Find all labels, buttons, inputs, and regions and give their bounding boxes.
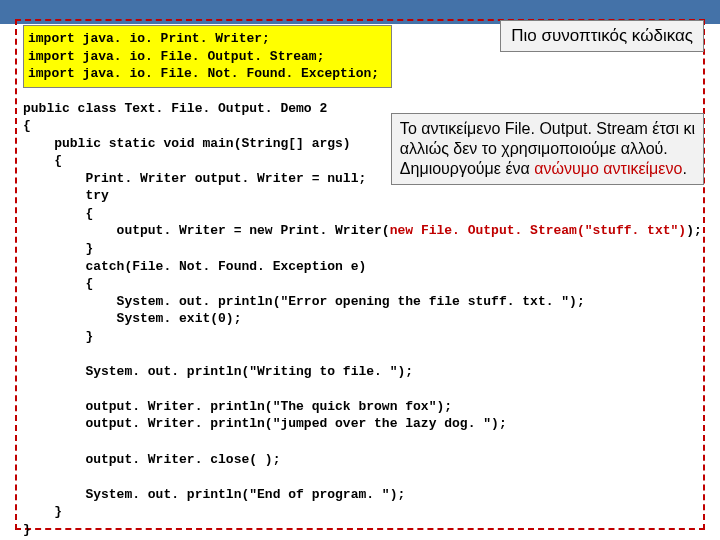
callout-line: Δημιουργούμε ένα ανώνυμο αντικείμενο. bbox=[400, 159, 695, 179]
code-highlight: new File. Output. Stream("stuff. txt") bbox=[390, 223, 686, 238]
code-line: output. Writer. close( ); bbox=[23, 452, 280, 467]
imports-box: import java. io. Print. Writer; import j… bbox=[23, 25, 392, 88]
code-line: System. out. println("Error opening the … bbox=[23, 294, 585, 309]
code-line: output. Writer. println("jumped over the… bbox=[23, 416, 507, 431]
code-line: output. Writer = new Print. Writer( bbox=[23, 223, 390, 238]
code-line: public static void main(String[] args) bbox=[23, 136, 351, 151]
slide: import java. io. Print. Writer; import j… bbox=[0, 0, 720, 540]
import-line: import java. io. Print. Writer; bbox=[28, 31, 270, 46]
code-line: { bbox=[23, 276, 93, 291]
code-line: } bbox=[23, 329, 93, 344]
code-line: { bbox=[23, 118, 31, 133]
code-line: { bbox=[23, 153, 62, 168]
code-line: } bbox=[23, 241, 93, 256]
code-line: ); bbox=[686, 223, 702, 238]
content-frame: import java. io. Print. Writer; import j… bbox=[15, 19, 705, 530]
callout-line: Το αντικείμενο File. Output. Stream έτσι… bbox=[400, 119, 695, 139]
callout-text: . bbox=[682, 160, 686, 177]
code-line: output. Writer. println("The quick brown… bbox=[23, 399, 452, 414]
code-line: } bbox=[23, 522, 31, 537]
callout-text: Δημιουργούμε ένα bbox=[400, 160, 534, 177]
code-line: try bbox=[23, 188, 109, 203]
callout-mid: Το αντικείμενο File. Output. Stream έτσι… bbox=[391, 113, 704, 185]
callout-highlight: ανώνυμο αντικείμενο bbox=[534, 160, 682, 177]
code-line: Print. Writer output. Writer = null; bbox=[23, 171, 366, 186]
code-line: { bbox=[23, 206, 93, 221]
code-line: public class Text. File. Output. Demo 2 bbox=[23, 101, 327, 116]
code-line: System. exit(0); bbox=[23, 311, 241, 326]
import-line: import java. io. File. Output. Stream; bbox=[28, 49, 324, 64]
callout-line: αλλιώς δεν το χρησιμοποιούμε αλλού. bbox=[400, 139, 695, 159]
code-line: System. out. println("Writing to file. "… bbox=[23, 364, 413, 379]
code-line: System. out. println("End of program. ")… bbox=[23, 487, 405, 502]
code-line: } bbox=[23, 504, 62, 519]
callout-top: Πιο συνοπτικός κώδικας bbox=[500, 20, 704, 52]
import-line: import java. io. File. Not. Found. Excep… bbox=[28, 66, 379, 81]
code-line: catch(File. Not. Found. Exception e) bbox=[23, 259, 366, 274]
